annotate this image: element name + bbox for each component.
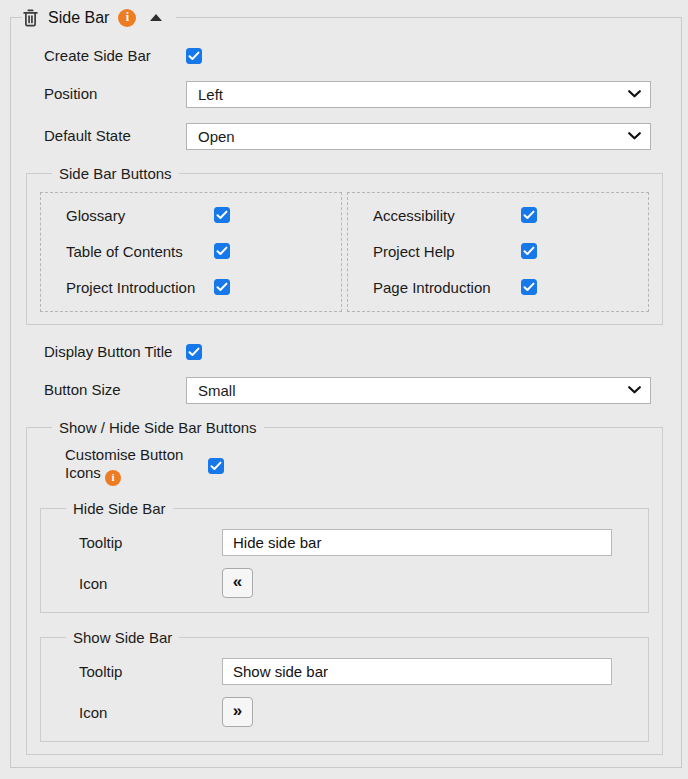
display-button-title-checkbox[interactable] [186,344,202,360]
button-size-row: Button Size Small [26,377,663,404]
show-tooltip-input[interactable] [222,658,612,685]
show-hide-buttons-legend: Show / Hide Side Bar Buttons [52,419,264,436]
customise-button-icons-checkbox[interactable] [208,458,224,474]
create-side-bar-label: Create Side Bar [44,47,186,66]
default-state-label: Default State [44,127,186,146]
show-icon-row: Icon » [54,697,635,727]
position-label: Position [44,85,186,104]
page-introduction-label: Page Introduction [373,279,521,296]
hide-icon-button[interactable]: « [222,568,253,598]
accessibility-label: Accessibility [373,207,521,224]
project-introduction-checkbox[interactable] [214,279,230,295]
customise-button-icons-label: Customise Button Icons [65,446,208,487]
hide-side-bar-group: Hide Side Bar Tooltip Icon « [40,500,649,613]
button-size-label: Button Size [44,381,186,400]
side-bar-buttons-group: Side Bar Buttons Glossary Table of Conte… [26,165,663,325]
project-introduction-row: Project Introduction [66,279,341,296]
accessibility-checkbox[interactable] [521,207,537,223]
project-help-checkbox[interactable] [521,243,537,259]
hide-side-bar-legend: Hide Side Bar [66,500,173,517]
glossary-checkbox[interactable] [214,207,230,223]
side-bar-panel-header: Side Bar [22,8,176,27]
default-state-select[interactable]: Open [186,123,651,150]
project-help-row: Project Help [373,243,648,260]
page-introduction-row: Page Introduction [373,279,648,296]
project-help-label: Project Help [373,243,521,260]
show-hide-buttons-group: Show / Hide Side Bar Buttons Customise B… [26,419,663,756]
hide-icon-label: Icon [79,575,222,592]
table-of-contents-checkbox[interactable] [214,243,230,259]
side-bar-buttons-column-right: Accessibility Project Help Page Introduc… [347,192,649,312]
glossary-label: Glossary [66,207,214,224]
side-bar-panel: Side Bar Create Side Bar Position Left D… [10,8,682,768]
trash-icon[interactable] [22,8,39,27]
customise-button-icons-row: Customise Button Icons [40,446,649,487]
show-side-bar-legend: Show Side Bar [66,629,179,646]
display-button-title-label: Display Button Title [44,343,186,362]
project-introduction-label: Project Introduction [66,279,214,296]
info-icon[interactable] [118,9,136,27]
position-row: Position Left [26,81,663,108]
hide-tooltip-input[interactable] [222,529,612,556]
default-state-row: Default State Open [26,123,663,150]
show-tooltip-row: Tooltip [54,658,635,685]
hide-icon-row: Icon « [54,568,635,598]
position-select[interactable]: Left [186,81,651,108]
create-side-bar-checkbox[interactable] [186,48,202,64]
collapse-caret-icon[interactable] [150,14,162,21]
accessibility-row: Accessibility [373,207,648,224]
info-icon[interactable] [105,470,121,486]
hide-tooltip-row: Tooltip [54,529,635,556]
show-icon-label: Icon [79,704,222,721]
show-tooltip-label: Tooltip [79,663,222,680]
glossary-row: Glossary [66,207,341,224]
side-bar-buttons-column-left: Glossary Table of Contents Project Intro… [40,192,342,312]
display-button-title-row: Display Button Title [26,343,663,362]
table-of-contents-label: Table of Contents [66,243,214,260]
show-side-bar-group: Show Side Bar Tooltip Icon » [40,629,649,742]
hide-tooltip-label: Tooltip [79,534,222,551]
panel-title: Side Bar [48,9,109,27]
show-icon-button[interactable]: » [222,697,253,727]
create-side-bar-row: Create Side Bar [26,47,663,66]
page-introduction-checkbox[interactable] [521,279,537,295]
side-bar-buttons-legend: Side Bar Buttons [52,165,179,182]
table-of-contents-row: Table of Contents [66,243,341,260]
button-size-select[interactable]: Small [186,377,651,404]
